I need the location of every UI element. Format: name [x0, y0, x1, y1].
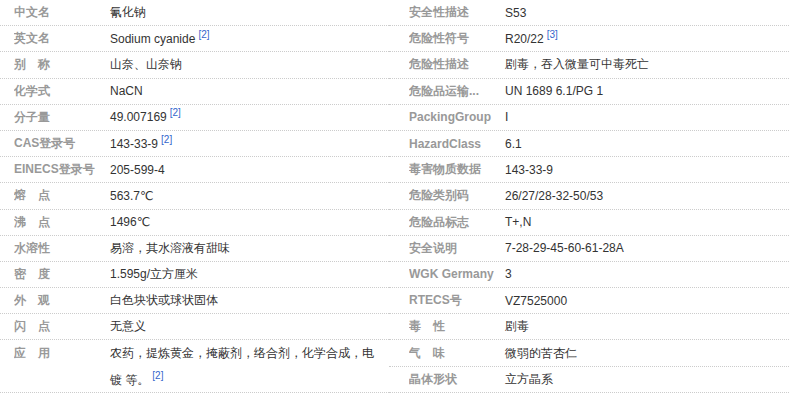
- row-label: 英文名: [14, 30, 110, 47]
- table-row: PackingGroup I: [389, 105, 789, 131]
- row-value: Sodium cyanide[2]: [110, 32, 389, 46]
- row-label: 气 味: [409, 345, 505, 362]
- row-value: 无意义: [110, 318, 389, 335]
- row-label: 危险性描述: [409, 56, 505, 73]
- table-row: 危险品标志 T+,N: [389, 210, 789, 236]
- row-value: NaCN: [110, 84, 389, 98]
- table-row: 气 味 微弱的苦杏仁: [389, 340, 789, 366]
- row-value: 剧毒，吞入微量可中毒死亡: [505, 56, 789, 73]
- row-label: 安全说明: [409, 240, 505, 257]
- row-value: 3: [505, 267, 789, 281]
- row-value-text: 无意义: [110, 319, 146, 333]
- row-label: WGK Germany: [409, 267, 505, 281]
- row-label: 危险品运输...: [409, 83, 505, 100]
- row-label: EINECS登录号: [14, 161, 110, 178]
- row-value-text: 205-599-4: [110, 163, 165, 177]
- row-value-text: 立方晶系: [505, 372, 553, 386]
- row-value-text: T+,N: [505, 215, 531, 229]
- chemical-infobox: 中文名 氰化钠 英文名 Sodium cyanide[2] 别 称 山奈、山奈钠…: [0, 0, 789, 405]
- table-row: 熔 点 563.7℃: [0, 183, 389, 209]
- row-label: 分子量: [14, 109, 110, 126]
- table-row: 危险性描述 剧毒，吞入微量可中毒死亡: [389, 52, 789, 78]
- row-value: 205-599-4: [110, 163, 389, 177]
- table-row: 应 用 农药，提炼黄金，掩蔽剂，络合剂，化学合成，电镀 等。[2]: [0, 340, 389, 392]
- row-value-text: R20/22: [505, 32, 544, 46]
- row-label: 毒 性: [409, 318, 505, 335]
- table-row: 毒害物质数据 143-33-9: [389, 157, 789, 183]
- row-value-text: 易溶，其水溶液有甜味: [110, 241, 230, 255]
- row-label: 中文名: [14, 4, 110, 21]
- row-value: 563.7℃: [110, 189, 389, 203]
- table-row: 密 度 1.595g/立方厘米: [0, 262, 389, 288]
- row-label: 别 称: [14, 56, 110, 73]
- row-value-text: 6.1: [505, 137, 522, 151]
- row-value-text: 3: [505, 267, 512, 281]
- row-value: 易溶，其水溶液有甜味: [110, 240, 389, 257]
- reference-link[interactable]: [3]: [547, 29, 558, 40]
- left-column: 中文名 氰化钠 英文名 Sodium cyanide[2] 别 称 山奈、山奈钠…: [0, 0, 389, 393]
- table-row: HazardClass 6.1: [389, 131, 789, 157]
- row-label: 危险品标志: [409, 214, 505, 231]
- row-value-text: 农药，提炼黄金，掩蔽剂，络合剂，化学合成，电镀 等。: [110, 346, 374, 386]
- row-value-text: S53: [505, 6, 526, 20]
- row-label: HazardClass: [409, 137, 505, 151]
- row-value: 49.007169[2]: [110, 110, 389, 124]
- row-value: 剧毒: [505, 318, 789, 335]
- row-value: 143-33-9[2]: [110, 137, 389, 151]
- row-label: 危险性符号: [409, 30, 505, 47]
- row-value: 白色块状或球状固体: [110, 292, 389, 309]
- row-label: 安全性描述: [409, 4, 505, 21]
- row-value-text: 剧毒: [505, 319, 529, 333]
- table-row: 分子量 49.007169[2]: [0, 105, 389, 131]
- row-value: 山奈、山奈钠: [110, 56, 389, 73]
- table-row: EINECS登录号 205-599-4: [0, 157, 389, 183]
- table-row: WGK Germany 3: [389, 262, 789, 288]
- row-value-text: 26/27/28-32-50/53: [505, 189, 603, 203]
- row-label: CAS登录号: [14, 135, 110, 152]
- row-label: 沸 点: [14, 214, 110, 231]
- row-value-text: 1496℃: [110, 215, 150, 229]
- row-value: 1.595g/立方厘米: [110, 266, 389, 283]
- reference-link[interactable]: [2]: [152, 370, 163, 381]
- table-row: 安全性描述 S53: [389, 0, 789, 26]
- table-row: 沸 点 1496℃: [0, 210, 389, 236]
- row-label: RTECS号: [409, 292, 505, 309]
- table-row: 危险性符号 R20/22[3]: [389, 26, 789, 52]
- row-label: 密 度: [14, 266, 110, 283]
- row-value-text: 143-33-9: [505, 163, 553, 177]
- row-label: 熔 点: [14, 187, 110, 204]
- table-row: 安全说明 7-28-29-45-60-61-28A: [389, 236, 789, 262]
- table-row: RTECS号 VZ7525000: [389, 288, 789, 314]
- row-value: 立方晶系: [505, 371, 789, 388]
- table-row: 别 称 山奈、山奈钠: [0, 52, 389, 78]
- row-value: 农药，提炼黄金，掩蔽剂，络合剂，化学合成，电镀 等。[2]: [110, 340, 389, 392]
- row-value-text: UN 1689 6.1/PG 1: [505, 84, 603, 98]
- row-label: 闪 点: [14, 318, 110, 335]
- table-row: 危险品运输... UN 1689 6.1/PG 1: [389, 79, 789, 105]
- row-value: 1496℃: [110, 215, 389, 229]
- row-label: 毒害物质数据: [409, 161, 505, 178]
- table-row: 水溶性 易溶，其水溶液有甜味: [0, 236, 389, 262]
- row-label: 晶体形状: [409, 371, 505, 388]
- row-value-text: 49.007169: [110, 110, 167, 124]
- row-label: 水溶性: [14, 240, 110, 257]
- row-value-text: 山奈、山奈钠: [110, 57, 182, 71]
- table-row: 危险类别码 26/27/28-32-50/53: [389, 183, 789, 209]
- row-value-text: I: [505, 110, 508, 124]
- table-row: 晶体形状 立方晶系: [389, 367, 789, 393]
- row-label: PackingGroup: [409, 110, 505, 124]
- row-value: VZ7525000: [505, 294, 789, 308]
- reference-link[interactable]: [2]: [170, 107, 181, 118]
- row-value-text: 1.595g/立方厘米: [110, 267, 198, 281]
- row-value: I: [505, 110, 789, 124]
- reference-link[interactable]: [2]: [161, 134, 172, 145]
- row-value-text: 143-33-9: [110, 137, 158, 151]
- row-value-text: 剧毒，吞入微量可中毒死亡: [505, 57, 649, 71]
- reference-link[interactable]: [2]: [198, 29, 209, 40]
- row-label: 外 观: [14, 292, 110, 309]
- table-row: 英文名 Sodium cyanide[2]: [0, 26, 389, 52]
- table-row: CAS登录号 143-33-9[2]: [0, 131, 389, 157]
- row-value: T+,N: [505, 215, 789, 229]
- row-label: 危险类别码: [409, 187, 505, 204]
- row-value-text: 563.7℃: [110, 189, 154, 203]
